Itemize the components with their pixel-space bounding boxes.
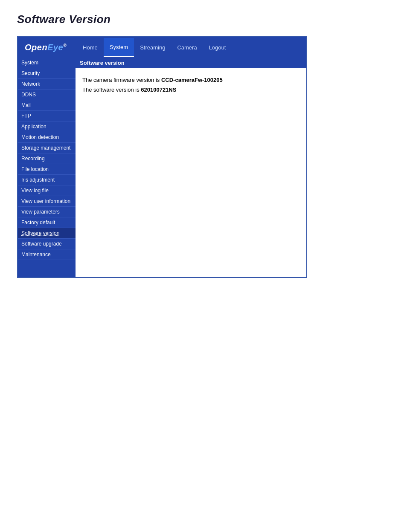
nav-system[interactable]: System — [104, 38, 134, 57]
nav-logout[interactable]: Logout — [203, 38, 232, 57]
sidebar: System Security Network DDNS Mail FTP Ap… — [18, 58, 76, 277]
sidebar-item-maintenance[interactable]: Maintenance — [18, 249, 76, 260]
sidebar-item-view-log-file[interactable]: View log file — [18, 185, 76, 196]
top-nav: OpenEye® Home System Streaming Camera Lo… — [18, 37, 306, 58]
sidebar-item-software-version[interactable]: Software version — [18, 228, 76, 239]
firmware-prefix: The camera firmware version is — [82, 77, 161, 83]
sidebar-item-recording[interactable]: Recording — [18, 153, 76, 164]
nav-bar: Home System Streaming Camera Logout — [73, 38, 232, 57]
sidebar-item-ftp[interactable]: FTP — [18, 111, 76, 121]
app-frame: OpenEye® Home System Streaming Camera Lo… — [17, 36, 307, 278]
firmware-line: The camera firmware version is CCD-camer… — [82, 77, 299, 83]
nav-streaming[interactable]: Streaming — [134, 38, 171, 57]
nav-camera[interactable]: Camera — [171, 38, 203, 57]
logo-area: OpenEye® — [18, 37, 73, 58]
firmware-value: CCD-cameraFw-100205 — [161, 77, 223, 83]
software-prefix: The software version is — [82, 87, 141, 93]
logo: OpenEye® — [25, 43, 67, 52]
software-version-line: The software version is 620100721NS — [82, 87, 299, 93]
sidebar-item-iris-adjustment[interactable]: Iris adjustment — [18, 175, 76, 185]
sidebar-item-storage-management[interactable]: Storage management — [18, 143, 76, 153]
nav-home[interactable]: Home — [77, 38, 104, 57]
sidebar-item-system[interactable]: System — [18, 58, 76, 68]
sidebar-item-motion-detection[interactable]: Motion detection — [18, 132, 76, 143]
sidebar-item-security[interactable]: Security — [18, 68, 76, 79]
sidebar-item-software-upgrade[interactable]: Software upgrade — [18, 239, 76, 249]
sidebar-item-application[interactable]: Application — [18, 121, 76, 132]
content-header: Software version — [76, 58, 306, 68]
sidebar-item-file-location[interactable]: File location — [18, 164, 76, 175]
sidebar-item-ddns[interactable]: DDNS — [18, 90, 76, 100]
content-panel: Software version The camera firmware ver… — [76, 58, 306, 277]
sidebar-item-factory-default[interactable]: Factory default — [18, 217, 76, 228]
content-body: The camera firmware version is CCD-camer… — [76, 68, 306, 101]
sidebar-item-view-user-information[interactable]: View user information — [18, 196, 76, 207]
sidebar-footer — [18, 260, 76, 277]
software-version-value: 620100721NS — [141, 87, 176, 93]
page-title: Software Version — [17, 13, 390, 26]
sidebar-item-mail[interactable]: Mail — [18, 100, 76, 111]
main-area: System Security Network DDNS Mail FTP Ap… — [18, 58, 306, 277]
sidebar-item-network[interactable]: Network — [18, 79, 76, 90]
sidebar-item-view-parameters[interactable]: View parameters — [18, 207, 76, 217]
